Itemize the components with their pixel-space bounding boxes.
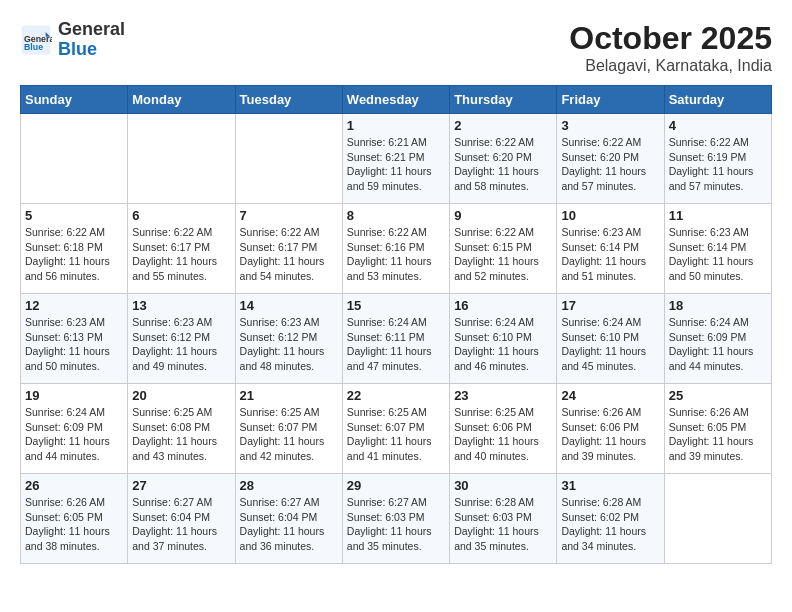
day-info: Sunrise: 6:24 AM Sunset: 6:10 PM Dayligh…	[454, 315, 552, 374]
calendar-cell: 21Sunrise: 6:25 AM Sunset: 6:07 PM Dayli…	[235, 384, 342, 474]
calendar-cell: 20Sunrise: 6:25 AM Sunset: 6:08 PM Dayli…	[128, 384, 235, 474]
day-number: 19	[25, 388, 123, 403]
svg-text:Blue: Blue	[24, 42, 43, 52]
logo-icon: General Blue	[20, 24, 52, 56]
calendar-cell	[664, 474, 771, 564]
weekday-header-cell: Saturday	[664, 86, 771, 114]
day-info: Sunrise: 6:24 AM Sunset: 6:11 PM Dayligh…	[347, 315, 445, 374]
weekday-header-cell: Thursday	[450, 86, 557, 114]
day-number: 21	[240, 388, 338, 403]
calendar-cell: 11Sunrise: 6:23 AM Sunset: 6:14 PM Dayli…	[664, 204, 771, 294]
calendar-cell: 25Sunrise: 6:26 AM Sunset: 6:05 PM Dayli…	[664, 384, 771, 474]
day-number: 5	[25, 208, 123, 223]
calendar-cell: 8Sunrise: 6:22 AM Sunset: 6:16 PM Daylig…	[342, 204, 449, 294]
day-info: Sunrise: 6:24 AM Sunset: 6:09 PM Dayligh…	[25, 405, 123, 464]
month-title: October 2025	[569, 20, 772, 57]
calendar-cell: 16Sunrise: 6:24 AM Sunset: 6:10 PM Dayli…	[450, 294, 557, 384]
calendar-cell: 22Sunrise: 6:25 AM Sunset: 6:07 PM Dayli…	[342, 384, 449, 474]
calendar-cell: 13Sunrise: 6:23 AM Sunset: 6:12 PM Dayli…	[128, 294, 235, 384]
weekday-header-cell: Monday	[128, 86, 235, 114]
calendar-cell: 29Sunrise: 6:27 AM Sunset: 6:03 PM Dayli…	[342, 474, 449, 564]
day-number: 2	[454, 118, 552, 133]
day-number: 31	[561, 478, 659, 493]
day-info: Sunrise: 6:25 AM Sunset: 6:07 PM Dayligh…	[347, 405, 445, 464]
logo: General Blue General Blue	[20, 20, 125, 60]
logo-text: General Blue	[58, 20, 125, 60]
day-number: 9	[454, 208, 552, 223]
day-info: Sunrise: 6:22 AM Sunset: 6:20 PM Dayligh…	[561, 135, 659, 194]
day-number: 1	[347, 118, 445, 133]
calendar-cell: 23Sunrise: 6:25 AM Sunset: 6:06 PM Dayli…	[450, 384, 557, 474]
day-number: 10	[561, 208, 659, 223]
title-area: October 2025 Belagavi, Karnataka, India	[569, 20, 772, 75]
day-number: 3	[561, 118, 659, 133]
calendar-cell: 7Sunrise: 6:22 AM Sunset: 6:17 PM Daylig…	[235, 204, 342, 294]
calendar-cell: 31Sunrise: 6:28 AM Sunset: 6:02 PM Dayli…	[557, 474, 664, 564]
calendar-cell: 10Sunrise: 6:23 AM Sunset: 6:14 PM Dayli…	[557, 204, 664, 294]
day-info: Sunrise: 6:27 AM Sunset: 6:04 PM Dayligh…	[132, 495, 230, 554]
calendar-table: SundayMondayTuesdayWednesdayThursdayFrid…	[20, 85, 772, 564]
calendar-cell: 30Sunrise: 6:28 AM Sunset: 6:03 PM Dayli…	[450, 474, 557, 564]
day-info: Sunrise: 6:23 AM Sunset: 6:14 PM Dayligh…	[669, 225, 767, 284]
day-number: 15	[347, 298, 445, 313]
calendar-cell: 3Sunrise: 6:22 AM Sunset: 6:20 PM Daylig…	[557, 114, 664, 204]
calendar-cell: 24Sunrise: 6:26 AM Sunset: 6:06 PM Dayli…	[557, 384, 664, 474]
day-number: 17	[561, 298, 659, 313]
day-number: 12	[25, 298, 123, 313]
day-info: Sunrise: 6:22 AM Sunset: 6:18 PM Dayligh…	[25, 225, 123, 284]
day-number: 8	[347, 208, 445, 223]
location-title: Belagavi, Karnataka, India	[569, 57, 772, 75]
calendar-cell: 15Sunrise: 6:24 AM Sunset: 6:11 PM Dayli…	[342, 294, 449, 384]
day-number: 29	[347, 478, 445, 493]
calendar-week-row: 19Sunrise: 6:24 AM Sunset: 6:09 PM Dayli…	[21, 384, 772, 474]
day-info: Sunrise: 6:22 AM Sunset: 6:15 PM Dayligh…	[454, 225, 552, 284]
calendar-cell	[128, 114, 235, 204]
calendar-cell: 4Sunrise: 6:22 AM Sunset: 6:19 PM Daylig…	[664, 114, 771, 204]
weekday-header-cell: Tuesday	[235, 86, 342, 114]
day-info: Sunrise: 6:27 AM Sunset: 6:04 PM Dayligh…	[240, 495, 338, 554]
day-number: 14	[240, 298, 338, 313]
day-info: Sunrise: 6:24 AM Sunset: 6:09 PM Dayligh…	[669, 315, 767, 374]
calendar-cell: 28Sunrise: 6:27 AM Sunset: 6:04 PM Dayli…	[235, 474, 342, 564]
calendar-cell	[21, 114, 128, 204]
calendar-week-row: 5Sunrise: 6:22 AM Sunset: 6:18 PM Daylig…	[21, 204, 772, 294]
calendar-cell: 14Sunrise: 6:23 AM Sunset: 6:12 PM Dayli…	[235, 294, 342, 384]
calendar-cell: 27Sunrise: 6:27 AM Sunset: 6:04 PM Dayli…	[128, 474, 235, 564]
day-info: Sunrise: 6:23 AM Sunset: 6:14 PM Dayligh…	[561, 225, 659, 284]
calendar-cell: 17Sunrise: 6:24 AM Sunset: 6:10 PM Dayli…	[557, 294, 664, 384]
calendar-cell	[235, 114, 342, 204]
weekday-header-row: SundayMondayTuesdayWednesdayThursdayFrid…	[21, 86, 772, 114]
day-info: Sunrise: 6:25 AM Sunset: 6:08 PM Dayligh…	[132, 405, 230, 464]
day-info: Sunrise: 6:22 AM Sunset: 6:17 PM Dayligh…	[132, 225, 230, 284]
day-number: 25	[669, 388, 767, 403]
calendar-cell: 1Sunrise: 6:21 AM Sunset: 6:21 PM Daylig…	[342, 114, 449, 204]
day-info: Sunrise: 6:28 AM Sunset: 6:03 PM Dayligh…	[454, 495, 552, 554]
day-info: Sunrise: 6:22 AM Sunset: 6:16 PM Dayligh…	[347, 225, 445, 284]
day-number: 16	[454, 298, 552, 313]
weekday-header-cell: Friday	[557, 86, 664, 114]
calendar-cell: 9Sunrise: 6:22 AM Sunset: 6:15 PM Daylig…	[450, 204, 557, 294]
calendar-body: 1Sunrise: 6:21 AM Sunset: 6:21 PM Daylig…	[21, 114, 772, 564]
day-number: 22	[347, 388, 445, 403]
day-info: Sunrise: 6:23 AM Sunset: 6:12 PM Dayligh…	[240, 315, 338, 374]
day-info: Sunrise: 6:22 AM Sunset: 6:20 PM Dayligh…	[454, 135, 552, 194]
weekday-header-cell: Sunday	[21, 86, 128, 114]
calendar-week-row: 12Sunrise: 6:23 AM Sunset: 6:13 PM Dayli…	[21, 294, 772, 384]
day-info: Sunrise: 6:23 AM Sunset: 6:12 PM Dayligh…	[132, 315, 230, 374]
day-number: 26	[25, 478, 123, 493]
day-number: 7	[240, 208, 338, 223]
page-header: General Blue General Blue October 2025 B…	[20, 20, 772, 75]
calendar-cell: 12Sunrise: 6:23 AM Sunset: 6:13 PM Dayli…	[21, 294, 128, 384]
calendar-cell: 2Sunrise: 6:22 AM Sunset: 6:20 PM Daylig…	[450, 114, 557, 204]
calendar-cell: 26Sunrise: 6:26 AM Sunset: 6:05 PM Dayli…	[21, 474, 128, 564]
day-info: Sunrise: 6:25 AM Sunset: 6:07 PM Dayligh…	[240, 405, 338, 464]
day-number: 13	[132, 298, 230, 313]
calendar-cell: 18Sunrise: 6:24 AM Sunset: 6:09 PM Dayli…	[664, 294, 771, 384]
calendar-cell: 5Sunrise: 6:22 AM Sunset: 6:18 PM Daylig…	[21, 204, 128, 294]
calendar-cell: 19Sunrise: 6:24 AM Sunset: 6:09 PM Dayli…	[21, 384, 128, 474]
day-info: Sunrise: 6:25 AM Sunset: 6:06 PM Dayligh…	[454, 405, 552, 464]
day-number: 27	[132, 478, 230, 493]
day-info: Sunrise: 6:28 AM Sunset: 6:02 PM Dayligh…	[561, 495, 659, 554]
day-info: Sunrise: 6:21 AM Sunset: 6:21 PM Dayligh…	[347, 135, 445, 194]
day-info: Sunrise: 6:26 AM Sunset: 6:06 PM Dayligh…	[561, 405, 659, 464]
